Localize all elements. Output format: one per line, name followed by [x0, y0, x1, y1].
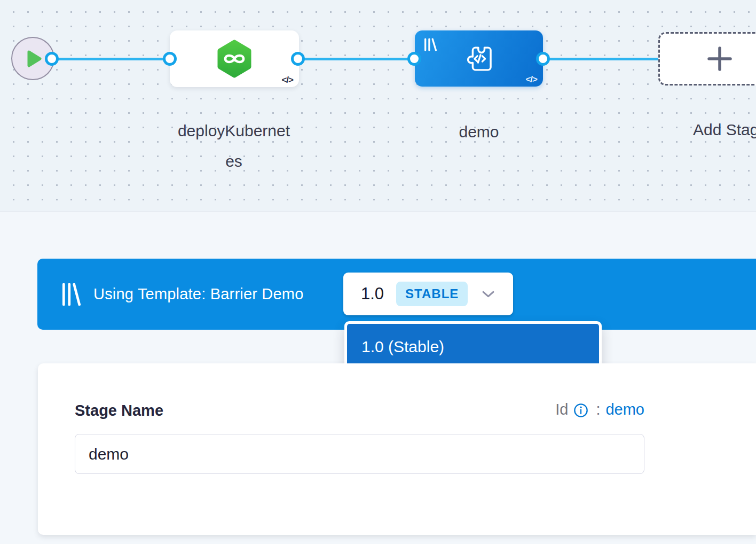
stage-node-demo[interactable]: </>: [415, 30, 543, 87]
add-stage-button[interactable]: [658, 32, 756, 86]
port-deploy-in: [163, 52, 177, 66]
edge-demo-to-add: [543, 58, 662, 60]
using-template-text: Using Template: Barrier Demo: [93, 285, 304, 303]
play-icon: [26, 49, 42, 68]
id-separator: :: [596, 401, 600, 418]
edge-start-to-deploy: [52, 58, 170, 60]
stage-overview-panel: Stage Name Id : demo: [38, 363, 756, 535]
stage-name-label: Stage Name: [75, 402, 163, 419]
id-label: Id: [555, 401, 568, 418]
code-view-icon[interactable]: </>: [525, 74, 537, 85]
code-view-icon[interactable]: </>: [281, 75, 293, 86]
edge-deploy-to-demo: [298, 58, 414, 60]
add-stage-label: Add Stage: [664, 114, 756, 145]
stage-label-demo: demo: [415, 116, 543, 147]
pipeline-canvas[interactable]: </> </> deployKubernet es demo Add Stage: [0, 0, 756, 212]
stage-node-deploykubernetes[interactable]: </>: [170, 30, 299, 87]
port-demo-in: [407, 52, 421, 66]
template-version-value: 1.0: [361, 284, 384, 304]
port-start-out: [45, 52, 59, 66]
template-library-icon: [61, 283, 82, 306]
template-version-selector[interactable]: 1.0 STABLE: [343, 273, 513, 315]
stage-id-value: demo: [605, 401, 644, 418]
port-demo-out: [536, 52, 550, 66]
version-menu-item[interactable]: 1.0 (Stable): [347, 324, 599, 369]
stable-badge: STABLE: [396, 282, 468, 306]
stage-id-row: Id : demo: [555, 401, 644, 418]
template-library-icon: [423, 37, 437, 52]
using-template-banner: Using Template: Barrier Demo 1.0 STABLE: [37, 259, 756, 330]
plus-icon: [707, 46, 733, 72]
infinity-hexagon-icon: [217, 40, 252, 78]
chevron-down-icon: [482, 290, 495, 298]
stage-label-deploykubernetes: deployKubernet es: [154, 115, 314, 176]
info-icon[interactable]: [573, 403, 588, 418]
port-deploy-out: [291, 52, 305, 66]
stage-name-input[interactable]: [75, 434, 644, 474]
custom-stage-icon: [462, 43, 495, 74]
